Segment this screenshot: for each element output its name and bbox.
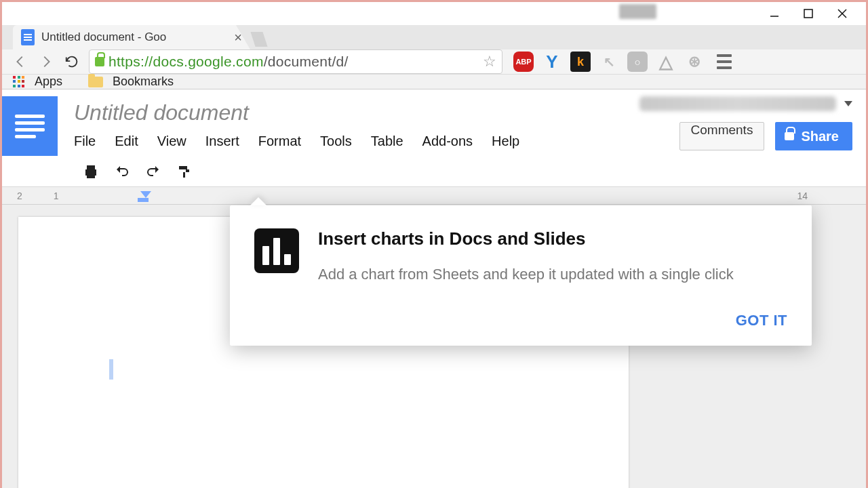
bookmarks-folder-label[interactable]: Bookmarks bbox=[113, 75, 174, 89]
ruler-mark: 2 bbox=[17, 190, 22, 201]
window-close-button[interactable] bbox=[825, 2, 859, 25]
tab-title: Untitled document - Goo bbox=[41, 30, 166, 44]
menu-format[interactable]: Format bbox=[258, 134, 301, 149]
popup-description: Add a chart from Sheets and keep it upda… bbox=[318, 263, 787, 286]
back-button[interactable] bbox=[12, 53, 29, 70]
chrome-menu-button[interactable] bbox=[717, 54, 732, 69]
forward-button[interactable] bbox=[37, 53, 55, 70]
indent-marker-base-icon[interactable] bbox=[138, 198, 149, 202]
menu-help[interactable]: Help bbox=[492, 134, 519, 149]
popup-title: Insert charts in Docs and Slides bbox=[318, 228, 787, 249]
extension-icon[interactable]: △ bbox=[656, 52, 676, 72]
got-it-button[interactable]: GOT IT bbox=[736, 312, 787, 329]
menu-table[interactable]: Table bbox=[371, 134, 403, 149]
window-minimize-button[interactable] bbox=[757, 2, 791, 25]
account-area[interactable] bbox=[639, 96, 852, 111]
bookmark-star-icon[interactable]: ☆ bbox=[483, 53, 496, 70]
ruler-mark: 1 bbox=[54, 190, 59, 201]
window-maximize-button[interactable] bbox=[791, 2, 825, 25]
account-dropdown-caret-icon[interactable] bbox=[844, 101, 852, 106]
extension-icon[interactable]: ○ bbox=[627, 52, 648, 72]
menu-insert[interactable]: Insert bbox=[205, 134, 239, 149]
indent-marker-icon[interactable] bbox=[140, 191, 151, 198]
reload-button[interactable] bbox=[63, 53, 81, 70]
menu-tools[interactable]: Tools bbox=[320, 134, 352, 149]
redo-button[interactable] bbox=[143, 161, 163, 182]
browser-nav-bar: https://docs.google.com/document/d/ ☆ AB… bbox=[2, 49, 866, 75]
address-bar[interactable]: https://docs.google.com/document/d/ ☆ bbox=[89, 49, 502, 74]
menu-edit[interactable]: Edit bbox=[115, 134, 138, 149]
blurred-region bbox=[619, 4, 656, 19]
comments-button[interactable]: Comments bbox=[679, 122, 765, 150]
bookmarks-bar: Apps Bookmarks bbox=[2, 75, 866, 89]
menu-view[interactable]: View bbox=[157, 134, 186, 149]
ruler-mark: 14 bbox=[797, 190, 808, 201]
extension-row: ABP Y k ↖ ○ △ ⊛ bbox=[513, 52, 734, 72]
extension-icon[interactable]: Y bbox=[542, 52, 562, 72]
url-path: /document/d/ bbox=[264, 54, 349, 69]
browser-tab[interactable]: Untitled document - Goo × bbox=[13, 25, 250, 49]
feature-popup: Insert charts in Docs and Slides Add a c… bbox=[230, 205, 812, 346]
bar-chart-icon bbox=[254, 228, 299, 273]
ruler[interactable]: 2 1 14 bbox=[2, 187, 866, 205]
menu-file[interactable]: File bbox=[74, 134, 96, 149]
user-email-blurred bbox=[639, 96, 836, 111]
extension-icon[interactable]: ↖ bbox=[599, 52, 619, 72]
extension-icon[interactable]: k bbox=[570, 52, 591, 72]
extension-icon[interactable]: ⊛ bbox=[684, 52, 705, 72]
apps-label[interactable]: Apps bbox=[35, 75, 62, 89]
tab-strip: Untitled document - Goo × bbox=[2, 25, 866, 49]
apps-icon[interactable] bbox=[13, 76, 25, 88]
docs-logo-icon[interactable] bbox=[2, 96, 58, 156]
lock-icon bbox=[95, 57, 104, 66]
tab-close-button[interactable]: × bbox=[234, 30, 242, 45]
svg-rect-1 bbox=[804, 9, 812, 18]
url-text: https://docs.google.com/document/d/ bbox=[108, 54, 349, 70]
chrome-window: Untitled document - Goo × https://docs.g… bbox=[0, 0, 868, 488]
adblock-extension-icon[interactable]: ABP bbox=[513, 52, 534, 72]
lock-icon bbox=[785, 132, 794, 140]
docs-header: Untitled document File Edit View Insert … bbox=[2, 89, 866, 156]
menu-addons[interactable]: Add-ons bbox=[422, 134, 473, 149]
url-host: ://docs.google.com bbox=[140, 54, 264, 69]
url-scheme: https bbox=[108, 54, 140, 69]
undo-button[interactable] bbox=[112, 161, 132, 182]
window-title-bar bbox=[2, 2, 866, 25]
print-button[interactable] bbox=[81, 161, 101, 182]
share-button[interactable]: Share bbox=[775, 122, 852, 150]
text-cursor bbox=[109, 359, 113, 380]
new-tab-button[interactable] bbox=[250, 32, 267, 47]
docs-toolbar bbox=[2, 156, 866, 187]
docs-favicon-icon bbox=[21, 29, 35, 45]
header-actions: Comments Share bbox=[679, 122, 852, 150]
folder-icon[interactable] bbox=[88, 77, 103, 87]
paint-format-button[interactable] bbox=[174, 161, 195, 182]
